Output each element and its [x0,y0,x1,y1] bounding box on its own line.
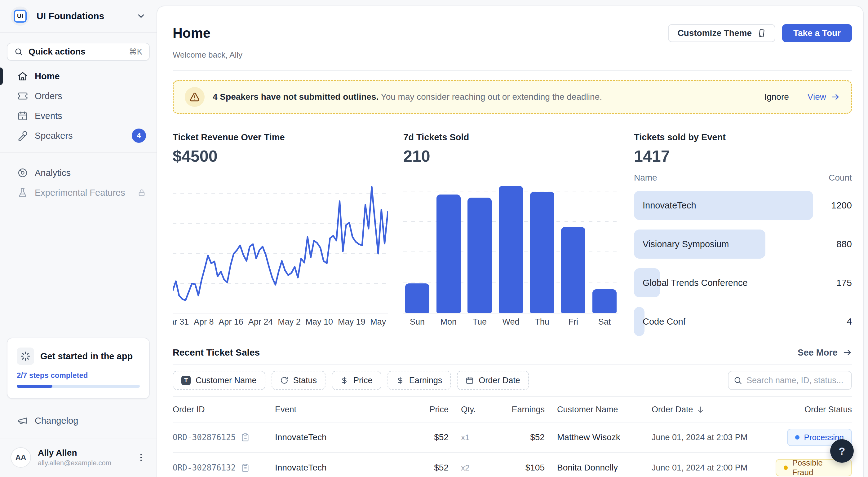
event-row: Visionary Symposium880 [634,230,852,259]
get-started-title: Get started in the app [40,351,133,362]
workspace-switcher[interactable]: UI UI Foundations [0,0,157,32]
take-a-tour-label: Take a Tour [793,28,841,38]
col-order-date[interactable]: Order Date [652,405,776,414]
event-count: 1200 [831,200,852,211]
col-earnings[interactable]: Earnings [512,405,545,414]
tickets-x-axis: SunMonTueWedThuFriSat [403,317,618,327]
tickets-by-event-title: Tickets sold by Event [634,132,852,142]
text-icon [181,376,191,385]
column-count: Count [829,173,852,183]
sidebar-nav: Home Orders Events Speakers 4 [0,64,157,145]
event-name: Global Trends Conference [643,278,748,288]
page-title: Home [173,25,211,41]
filter-status[interactable]: Status [272,371,326,390]
recent-sales-title: Recent Ticket Sales [173,347,260,358]
filter-customer-name[interactable]: Customer Name [173,371,266,390]
kebab-menu-icon[interactable] [136,452,146,463]
filter-price[interactable]: Price [332,371,381,390]
col-event[interactable]: Event [275,405,405,414]
user-name: Ally Allen [38,448,111,458]
arrow-right-icon [831,92,840,102]
qty-cell: x1 [448,433,498,442]
sidebar-item-speakers[interactable]: Speakers 4 [7,126,150,145]
chevron-down-icon [136,11,146,21]
bar-label: Wed [499,317,523,327]
filter-label: Price [353,376,373,385]
col-order-status[interactable]: Order Status [804,405,852,414]
x-tick: May 10 [306,317,333,327]
banner-message: You may consider reaching out or extendi… [381,92,602,102]
active-indicator [0,68,3,85]
price-cell: $52 [434,463,448,473]
tickets-sold-total: 210 [403,147,618,165]
bar-label: Mon [436,317,461,327]
tickets-by-event-total: 1417 [634,147,852,165]
search-input[interactable] [728,371,852,390]
sidebar-item-analytics[interactable]: Analytics [7,164,150,182]
filter-label: Status [293,376,317,385]
sidebar-secondary-nav: Analytics Experimental Features [0,161,157,202]
tickets-by-event-rows: InnovateTech1200Visionary Symposium880Gl… [634,191,852,336]
see-more-label: See More [798,347,838,358]
col-order-id[interactable]: Order ID [173,405,275,414]
col-price[interactable]: Price [429,405,448,414]
sidebar-item-events[interactable]: Events [7,107,150,125]
col-qty[interactable]: Qty. [448,405,498,414]
clipboard-copy-icon[interactable] [241,433,250,442]
filter-label: Earnings [409,376,442,385]
sidebar-item-orders[interactable]: Orders [7,87,150,105]
revenue-chart-title: Ticket Revenue Over Time [173,132,388,142]
order-date-cell: June 01, 2024 at 2:00 PM [652,463,776,473]
ignore-button[interactable]: Ignore [764,92,788,102]
sidebar-item-experimental-features[interactable]: Experimental Features [7,183,150,202]
revenue-total: $4500 [173,147,388,165]
event-count: 4 [847,316,852,327]
tickets-by-event-card: Tickets sold by Event 1417 Name Count In… [634,132,852,336]
help-button[interactable]: ? [830,439,854,463]
earnings-cell: $52 [530,433,545,442]
avatar: AA [10,447,31,468]
get-started-card[interactable]: Get started in the app 2/7 steps complet… [7,338,150,399]
event-cell: InnovateTech [275,463,405,473]
clipboard-copy-icon[interactable] [241,464,250,472]
column-name: Name [634,173,657,183]
quick-actions-label: Quick actions [29,47,86,57]
refresh-icon [280,376,288,384]
customize-theme-button[interactable]: Customize Theme [668,24,775,42]
order-id: ORD-302876125 [173,433,236,442]
filter-label: Customer Name [196,376,257,385]
see-more-link[interactable]: See More [798,347,852,358]
tickets-sold-title: 7d Tickets Sold [403,132,618,142]
table-row[interactable]: ORD-302876132 InnovateTech $52 x2 $105 B… [173,453,852,477]
filter-order-date[interactable]: Order Date [457,371,529,390]
customize-theme-label: Customize Theme [677,28,752,38]
customer-cell: Matthew Wisozk [545,433,652,442]
table-row[interactable]: ORD-302876125 InnovateTech $52 x1 $52 Ma… [173,422,852,453]
sidebar-item-label: Speakers [35,131,73,141]
user-menu[interactable]: AA Ally Allen ally.allen@example.com [0,439,157,477]
col-customer-name[interactable]: Customer Name [545,405,652,414]
view-button[interactable]: View [808,92,840,102]
donut-chart-icon [18,168,28,178]
ticket-icon [18,91,28,101]
sort-desc-icon [696,405,705,414]
qty-cell: x2 [448,463,498,473]
quick-actions-search[interactable]: Quick actions ⌘K [7,43,150,61]
ui-logo-icon: UI [13,10,27,23]
speakers-warning-banner: 4 Speakers have not submitted outlines. … [173,80,852,114]
take-a-tour-button[interactable]: Take a Tour [782,24,852,42]
tickets-sold-chart-card: 7d Tickets Sold 210 SunMonTueWedThuFriSa… [403,132,618,336]
x-tick: Apr 8 [194,317,214,327]
bar-sun [405,283,429,313]
filter-earnings[interactable]: Earnings [388,371,451,390]
sidebar-item-changelog[interactable]: Changelog [7,411,150,430]
event-name: Code Conf [643,316,686,327]
warning-triangle-icon [185,87,205,107]
tickets-bar-chart [403,179,618,313]
bar-thu [530,192,554,313]
sidebar-item-home[interactable]: Home [7,67,150,86]
user-email: ally.allen@example.com [38,459,111,467]
x-tick: Apr 16 [219,317,243,327]
swatchbook-icon [757,29,766,38]
event-count: 175 [836,277,852,288]
